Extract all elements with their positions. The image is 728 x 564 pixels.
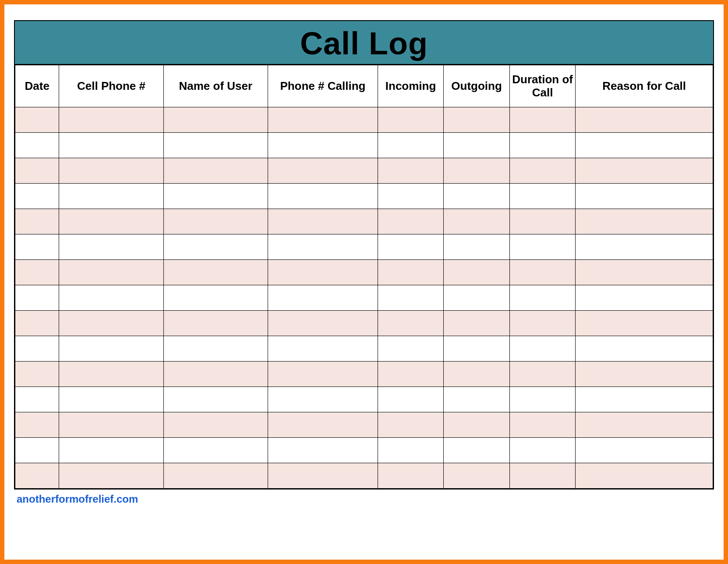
cell[interactable] [163,184,268,209]
cell[interactable] [163,209,268,234]
cell[interactable] [15,209,59,234]
cell[interactable] [59,184,163,209]
cell[interactable] [576,412,713,438]
cell[interactable] [444,158,510,184]
cell[interactable] [576,336,713,362]
cell[interactable] [378,184,444,209]
cell[interactable] [15,336,59,362]
footer-link[interactable]: anotherformofrelief.com [14,493,714,505]
cell[interactable] [15,133,59,158]
cell[interactable] [15,412,59,438]
cell[interactable] [15,285,59,311]
cell[interactable] [268,285,378,311]
cell[interactable] [509,209,576,234]
cell[interactable] [268,463,378,489]
cell[interactable] [509,412,576,438]
cell[interactable] [163,311,268,336]
cell[interactable] [268,438,378,463]
cell[interactable] [378,260,444,285]
cell[interactable] [444,285,510,311]
cell[interactable] [59,387,163,412]
cell[interactable] [59,133,163,158]
cell[interactable] [444,311,510,336]
cell[interactable] [509,133,576,158]
cell[interactable] [378,209,444,234]
cell[interactable] [163,234,268,260]
cell[interactable] [576,285,713,311]
cell[interactable] [378,285,444,311]
cell[interactable] [444,184,510,209]
cell[interactable] [59,285,163,311]
cell[interactable] [444,463,510,489]
cell[interactable] [509,336,576,362]
cell[interactable] [268,336,378,362]
cell[interactable] [268,107,378,133]
cell[interactable] [163,285,268,311]
cell[interactable] [444,336,510,362]
cell[interactable] [15,438,59,463]
cell[interactable] [268,234,378,260]
cell[interactable] [163,438,268,463]
cell[interactable] [378,463,444,489]
cell[interactable] [15,158,59,184]
cell[interactable] [509,260,576,285]
cell[interactable] [268,209,378,234]
cell[interactable] [444,362,510,387]
cell[interactable] [15,260,59,285]
cell[interactable] [509,438,576,463]
cell[interactable] [59,412,163,438]
cell[interactable] [268,311,378,336]
cell[interactable] [378,336,444,362]
cell[interactable] [59,336,163,362]
cell[interactable] [444,412,510,438]
cell[interactable] [59,234,163,260]
cell[interactable] [509,107,576,133]
cell[interactable] [576,107,713,133]
cell[interactable] [59,362,163,387]
cell[interactable] [268,158,378,184]
cell[interactable] [378,438,444,463]
cell[interactable] [509,387,576,412]
cell[interactable] [576,260,713,285]
cell[interactable] [444,260,510,285]
cell[interactable] [444,107,510,133]
cell[interactable] [576,438,713,463]
cell[interactable] [59,311,163,336]
cell[interactable] [15,234,59,260]
cell[interactable] [444,133,510,158]
cell[interactable] [576,311,713,336]
cell[interactable] [378,158,444,184]
cell[interactable] [576,234,713,260]
cell[interactable] [163,463,268,489]
cell[interactable] [576,133,713,158]
cell[interactable] [378,234,444,260]
cell[interactable] [163,387,268,412]
cell[interactable] [268,133,378,158]
cell[interactable] [59,438,163,463]
cell[interactable] [444,387,510,412]
cell[interactable] [268,184,378,209]
cell[interactable] [509,158,576,184]
cell[interactable] [163,260,268,285]
cell[interactable] [15,184,59,209]
cell[interactable] [444,234,510,260]
cell[interactable] [576,387,713,412]
cell[interactable] [59,463,163,489]
cell[interactable] [59,158,163,184]
cell[interactable] [15,463,59,489]
cell[interactable] [576,362,713,387]
cell[interactable] [378,387,444,412]
cell[interactable] [15,387,59,412]
cell[interactable] [509,234,576,260]
cell[interactable] [59,260,163,285]
cell[interactable] [163,158,268,184]
cell[interactable] [576,158,713,184]
cell[interactable] [15,362,59,387]
cell[interactable] [268,362,378,387]
cell[interactable] [509,184,576,209]
cell[interactable] [15,107,59,133]
cell[interactable] [163,107,268,133]
cell[interactable] [576,209,713,234]
cell[interactable] [444,438,510,463]
cell[interactable] [378,107,444,133]
